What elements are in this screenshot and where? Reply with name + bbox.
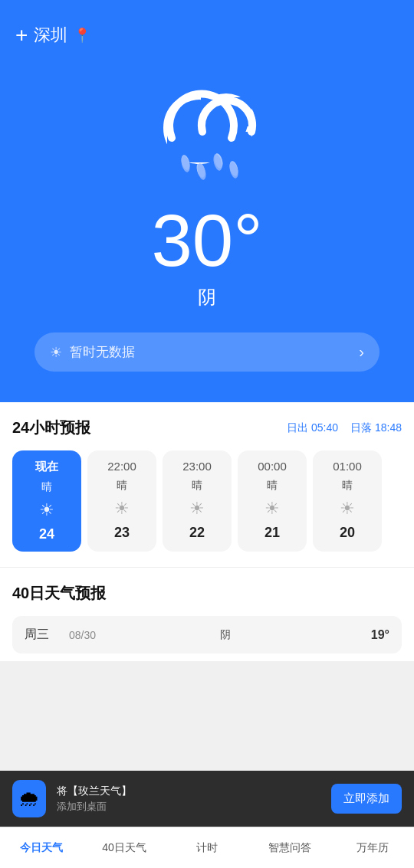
bottom-nav: 今日天气40日天气计时智慧问答万年历 bbox=[0, 827, 414, 868]
weather-icon bbox=[138, 70, 276, 188]
nav-item-0[interactable]: 今日天气 bbox=[0, 827, 83, 868]
nav-item-3[interactable]: 智慧问答 bbox=[248, 827, 331, 868]
hourly-time: 22:00 bbox=[107, 460, 136, 473]
day-condition: 阴 bbox=[220, 628, 371, 642]
nav-item-4[interactable]: 万年历 bbox=[331, 827, 414, 868]
hourly-card-1[interactable]: 22:00 晴 ☀ 23 bbox=[87, 450, 156, 552]
sunset-time: 日落 18:48 bbox=[350, 421, 402, 435]
day-date: 08/30 bbox=[69, 629, 220, 641]
hourly-card-4[interactable]: 01:00 晴 ☀ 20 bbox=[313, 450, 382, 552]
top-bar: + 深圳 📍 bbox=[15, 23, 399, 47]
hourly-sun-icon: ☀ bbox=[39, 500, 54, 520]
hourly-temp: 24 bbox=[39, 526, 54, 542]
hourly-temp: 22 bbox=[189, 525, 205, 541]
section-40d-header: 40日天气预报 bbox=[12, 583, 402, 604]
add-city-button[interactable]: + bbox=[15, 23, 28, 47]
bar-left: ☀ 暂时无数据 bbox=[50, 343, 135, 361]
weather-description: 阴 bbox=[198, 285, 216, 310]
hourly-sun-icon: ☀ bbox=[189, 499, 205, 519]
hourly-card-3[interactable]: 00:00 晴 ☀ 21 bbox=[238, 450, 307, 552]
sun-times: 日出 05:40 日落 18:48 bbox=[287, 421, 402, 435]
hourly-sun-icon: ☀ bbox=[114, 499, 130, 519]
toast-line1: 将【玫兰天气】 bbox=[57, 784, 320, 798]
toast-bar: 🌧 将【玫兰天气】 添加到桌面 立即添加 bbox=[0, 771, 414, 827]
hourly-condition: 晴 bbox=[342, 479, 353, 493]
hourly-time: 01:00 bbox=[333, 460, 362, 473]
toast-text: 将【玫兰天气】 添加到桌面 bbox=[57, 784, 320, 814]
hourly-condition: 晴 bbox=[117, 479, 127, 493]
location-icon: 📍 bbox=[74, 27, 90, 44]
section-24h-header: 24小时预报 日出 05:40 日落 18:48 bbox=[12, 418, 402, 438]
temperature-display: 30° bbox=[151, 204, 262, 277]
day-name: 周三 bbox=[25, 627, 63, 643]
section-24h-title: 24小时预报 bbox=[12, 418, 90, 438]
no-data-bar[interactable]: ☀ 暂时无数据 › bbox=[34, 332, 380, 372]
hourly-time: 00:00 bbox=[258, 460, 287, 473]
sun-small-icon: ☀ bbox=[50, 344, 62, 361]
hourly-card-0[interactable]: 现在 晴 ☀ 24 bbox=[12, 450, 81, 552]
section-40d-title: 40日天气预报 bbox=[12, 583, 106, 604]
add-to-desktop-button[interactable]: 立即添加 bbox=[331, 784, 402, 814]
toast-line2: 添加到桌面 bbox=[57, 800, 320, 814]
bar-arrow-icon: › bbox=[359, 343, 364, 361]
hourly-card-2[interactable]: 23:00 晴 ☀ 22 bbox=[163, 450, 232, 552]
hourly-time: 23:00 bbox=[182, 460, 212, 473]
weather-hero: + 深圳 📍 bbox=[0, 0, 414, 402]
main-content: 24小时预报 日出 05:40 日落 18:48 现在 晴 ☀ 24 22:00… bbox=[0, 402, 414, 661]
hourly-time: 现在 bbox=[35, 460, 58, 474]
hourly-condition: 晴 bbox=[267, 479, 278, 493]
sunrise-time: 日出 05:40 bbox=[287, 421, 338, 435]
hourly-condition: 晴 bbox=[41, 480, 52, 494]
nav-item-1[interactable]: 40日天气 bbox=[83, 827, 166, 868]
hourly-scroll[interactable]: 现在 晴 ☀ 24 22:00 晴 ☀ 23 23:00 晴 ☀ 22 00:0… bbox=[12, 450, 402, 559]
hourly-sun-icon: ☀ bbox=[264, 499, 280, 519]
day-temp: 19° bbox=[371, 628, 389, 642]
section-40d: 40日天气预报 周三 08/30 阴 19° bbox=[0, 567, 414, 661]
hourly-temp: 21 bbox=[264, 525, 280, 541]
hourly-temp: 20 bbox=[340, 525, 355, 541]
hourly-sun-icon: ☀ bbox=[340, 499, 355, 519]
section-24h: 24小时预报 日出 05:40 日落 18:48 现在 晴 ☀ 24 22:00… bbox=[0, 402, 414, 567]
hourly-condition: 晴 bbox=[192, 479, 202, 493]
toast-weather-icon: 🌧 bbox=[12, 780, 46, 817]
city-name: 深圳 bbox=[34, 24, 67, 47]
hourly-temp: 23 bbox=[114, 525, 130, 541]
no-data-text: 暂时无数据 bbox=[70, 343, 135, 361]
day-preview-row[interactable]: 周三 08/30 阴 19° bbox=[12, 616, 402, 653]
nav-item-2[interactable]: 计时 bbox=[166, 827, 248, 868]
